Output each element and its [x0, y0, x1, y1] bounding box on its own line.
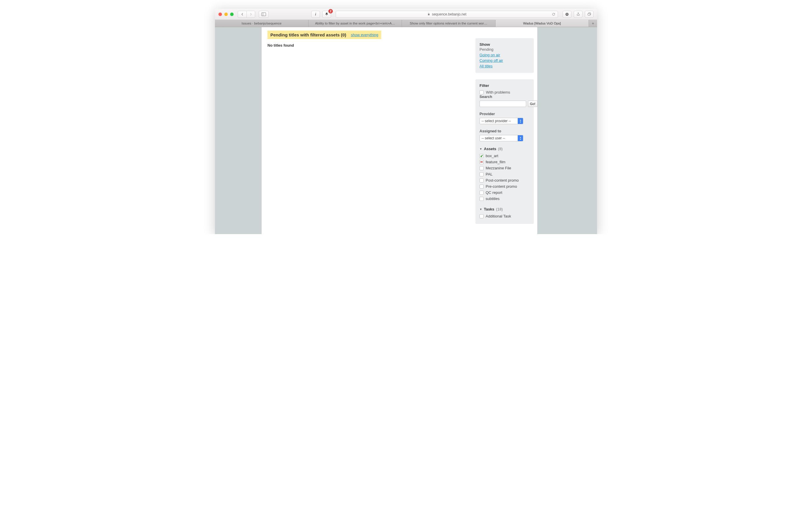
show-link-going-on-air[interactable]: Going on air: [480, 53, 530, 57]
empty-state: No titles found: [267, 43, 470, 48]
downloads-button[interactable]: [562, 11, 571, 18]
search-label: Search: [480, 94, 530, 99]
notification-badge: 2: [328, 9, 333, 13]
forward-button[interactable]: [246, 11, 255, 18]
asset-label: subtitles: [486, 196, 500, 201]
asset-label: box_art: [486, 154, 498, 158]
tab-2[interactable]: Show only filter options relevant in the…: [402, 20, 496, 27]
tab-1[interactable]: Ability to filter by asset in the work p…: [309, 20, 402, 27]
asset-row[interactable]: Mezzanine File: [480, 165, 530, 171]
titlebar: i 2 sequence.bebanjo.net: [215, 9, 597, 20]
search-input[interactable]: [480, 100, 526, 107]
asset-checkbox[interactable]: [480, 154, 484, 158]
assets-label: Assets: [484, 147, 496, 151]
filter-panel: Filter With problems Search Go! Provider…: [475, 79, 534, 224]
page-gutter-right: [537, 27, 597, 234]
tab-3[interactable]: Wadus [Wadus VoD Ops]: [496, 20, 589, 27]
asset-label: Post-content promo: [486, 178, 519, 182]
address-bar[interactable]: sequence.bebanjo.net: [336, 11, 558, 18]
chevron-updown-icon: ▲▼: [519, 119, 522, 123]
tasks-collapser[interactable]: ▼ Tasks (18): [480, 207, 530, 211]
assigned-select-value: -- select user --: [482, 136, 505, 140]
pending-banner-text: Pending titles with filtered assets (0): [270, 32, 346, 37]
pending-banner: Pending titles with filtered assets (0) …: [267, 31, 381, 39]
task-row[interactable]: Additional Task: [480, 213, 530, 219]
asset-checkbox[interactable]: [480, 191, 484, 195]
bell-icon: [325, 12, 329, 16]
browser-window: i 2 sequence.bebanjo.net Issues · bebanj…: [215, 9, 597, 234]
with-problems-row[interactable]: With problems: [480, 90, 530, 94]
asset-checkbox[interactable]: [480, 160, 484, 164]
task-label: Additional Task: [486, 214, 511, 218]
page-gutter-left: [215, 27, 262, 234]
chevron-right-icon: [250, 13, 252, 16]
assets-collapser[interactable]: ▼ Assets (8): [480, 147, 530, 151]
page-viewport: Pending titles with filtered assets (0) …: [215, 27, 597, 234]
show-link-coming-off-air[interactable]: Coming off air: [480, 58, 530, 63]
sidebar-toggle-button[interactable]: [259, 11, 269, 18]
tabs-button[interactable]: [585, 11, 593, 18]
close-window-button[interactable]: [219, 12, 222, 16]
asset-row[interactable]: box_art: [480, 153, 530, 159]
caret-down-icon: ▼: [480, 208, 482, 211]
caret-down-icon: ▼: [480, 148, 482, 150]
show-current: Pending: [480, 47, 530, 52]
svg-rect-3: [588, 13, 590, 15]
download-icon: [565, 12, 569, 16]
filter-heading: Filter: [480, 83, 530, 88]
share-button[interactable]: [574, 11, 582, 18]
tasks-list: Additional Task: [480, 213, 530, 219]
asset-row[interactable]: Pre-content promo: [480, 183, 530, 189]
asset-checkbox[interactable]: [480, 185, 484, 189]
page-content: Pending titles with filtered assets (0) …: [262, 27, 537, 234]
tabs-icon: [587, 12, 591, 16]
asset-checkbox[interactable]: [480, 172, 484, 176]
asset-label: PAL: [486, 172, 493, 176]
chevron-updown-icon: ▲▼: [519, 136, 522, 140]
nav-buttons: [238, 11, 255, 18]
asset-checkbox[interactable]: [480, 178, 484, 182]
provider-select[interactable]: -- select provider -- ▲▼: [480, 118, 523, 124]
main-column: Pending titles with filtered assets (0) …: [267, 31, 470, 231]
tasks-label: Tasks: [484, 207, 494, 211]
assets-count: (8): [498, 147, 503, 151]
asset-label: Mezzanine File: [486, 166, 511, 170]
asset-row[interactable]: PAL: [480, 171, 530, 177]
with-problems-label: With problems: [486, 90, 510, 94]
zoom-window-button[interactable]: [230, 12, 234, 16]
new-tab-button[interactable]: +: [589, 20, 597, 27]
reload-icon: [552, 12, 555, 16]
svg-rect-0: [262, 12, 266, 16]
window-controls: [219, 12, 234, 16]
url-text: sequence.bebanjo.net: [432, 12, 466, 16]
provider-select-value: -- select provider --: [482, 119, 511, 123]
asset-row[interactable]: subtitles: [480, 195, 530, 202]
asset-row[interactable]: Post-content promo: [480, 177, 530, 183]
tab-bar: Issues · bebanjo/sequence Ability to fil…: [215, 20, 597, 27]
minimize-window-button[interactable]: [224, 12, 228, 16]
assets-list: box_artfeature_filmMezzanine FilePALPost…: [480, 153, 530, 202]
go-button[interactable]: Go!: [528, 100, 538, 107]
task-checkbox[interactable]: [480, 214, 484, 218]
back-button[interactable]: [238, 11, 246, 18]
asset-checkbox[interactable]: [480, 166, 484, 170]
tasks-count: (18): [496, 207, 503, 211]
chevron-left-icon: [241, 13, 244, 16]
asset-row[interactable]: QC report: [480, 189, 530, 195]
sidebar-icon: [261, 12, 266, 16]
lock-icon: [427, 13, 430, 16]
show-link-all-titles[interactable]: All titles: [480, 64, 530, 68]
with-problems-checkbox[interactable]: [480, 90, 484, 94]
show-everything-link[interactable]: show everything: [351, 33, 378, 37]
sidebar: Show Pending Going on air Coming off air…: [475, 31, 534, 231]
reader-button[interactable]: i: [311, 11, 320, 18]
asset-checkbox[interactable]: [480, 197, 484, 201]
notifications-button[interactable]: 2: [322, 11, 331, 18]
show-panel: Show Pending Going on air Coming off air…: [475, 38, 534, 73]
tab-0[interactable]: Issues · bebanjo/sequence: [215, 20, 309, 27]
provider-label: Provider: [480, 112, 530, 116]
asset-row[interactable]: feature_film: [480, 159, 530, 165]
assigned-to-select[interactable]: -- select user -- ▲▼: [480, 135, 523, 142]
check-icon: [480, 154, 483, 157]
assigned-to-label: Assigned to: [480, 129, 530, 133]
